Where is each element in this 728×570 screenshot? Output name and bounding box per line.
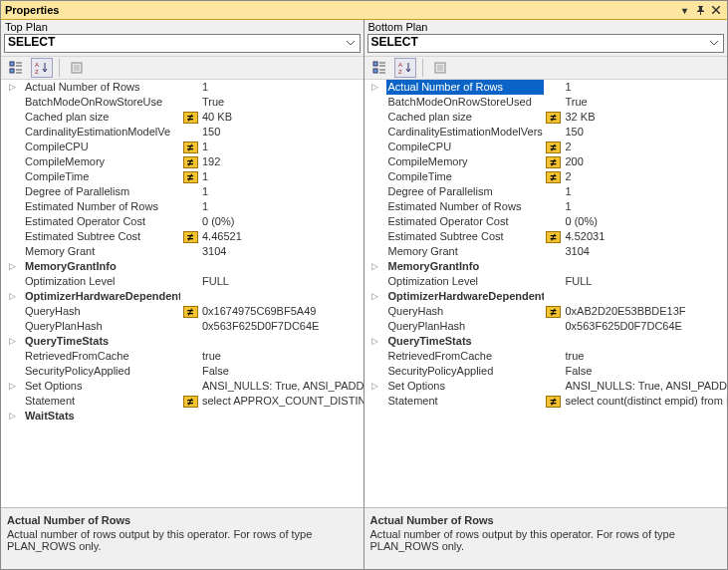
property-row[interactable]: CompileTime≠2 [364, 169, 728, 184]
property-row[interactable]: ▷Actual Number of Rows1 [1, 80, 364, 95]
expand-icon[interactable]: ▷ [1, 409, 23, 424]
property-name: BatchModeOnRowStoreUse [23, 95, 180, 110]
property-row[interactable]: Statement≠select APPROX_COUNT_DISTIN [1, 394, 364, 409]
property-row[interactable]: Estimated Number of Rows1 [364, 199, 728, 214]
property-row[interactable]: ▷OptimizerHardwareDependentI [364, 289, 728, 304]
object-selector-right[interactable]: SELECT [367, 34, 725, 53]
expand-icon[interactable]: ▷ [364, 259, 386, 274]
property-row[interactable]: RetrievedFromCachetrue [364, 349, 728, 364]
property-row[interactable]: QueryPlanHash0x563F625D0F7DC64E [1, 319, 364, 334]
property-name: Degree of Parallelism [386, 184, 544, 199]
expand-icon[interactable]: ▷ [1, 334, 23, 349]
property-row[interactable]: ▷Actual Number of Rows1 [364, 80, 728, 95]
property-value: select APPROX_COUNT_DISTIN [200, 394, 364, 409]
property-row[interactable]: Memory Grant3104 [364, 244, 728, 259]
property-name: Set Options [23, 379, 180, 394]
diff-indicator: ≠ [544, 142, 564, 153]
expand-icon[interactable]: ▷ [364, 80, 386, 95]
toolbar-sep [422, 59, 423, 77]
property-row[interactable]: SecurityPolicyAppliedFalse [364, 364, 728, 379]
property-row[interactable]: ▷MemoryGrantInfo [1, 259, 364, 274]
diff-indicator: ≠ [180, 306, 200, 318]
not-equal-icon: ≠ [546, 171, 561, 183]
property-pages-button[interactable] [66, 58, 88, 78]
property-row[interactable]: Cached plan size≠32 KB [364, 110, 728, 125]
property-row[interactable]: Degree of Parallelism1 [364, 184, 728, 199]
property-name: Degree of Parallelism [23, 184, 180, 199]
property-pages-button[interactable] [429, 58, 451, 78]
description-right: Actual Number of Rows Actual number of r… [364, 507, 728, 569]
property-value: False [564, 364, 728, 379]
property-row[interactable]: CompileCPU≠2 [364, 140, 728, 154]
property-grid-left[interactable]: ▷Actual Number of Rows1BatchModeOnRowSto… [1, 80, 364, 507]
expand-icon[interactable]: ▷ [1, 259, 23, 274]
property-value: 1 [564, 199, 728, 214]
property-row[interactable]: Estimated Subtree Cost≠4.46521 [1, 229, 364, 244]
property-row[interactable]: BatchModeOnRowStoreUseTrue [1, 95, 364, 110]
property-row[interactable]: ▷Set OptionsANSI_NULLS: True, ANSI_PADDI… [1, 379, 364, 394]
property-row[interactable]: Estimated Subtree Cost≠4.52031 [364, 229, 728, 244]
window-title: Properties [5, 4, 59, 16]
alphabetical-button[interactable]: AZ [394, 58, 416, 78]
description-left: Actual Number of Rows Actual number of r… [1, 507, 364, 569]
property-name: CompileTime [386, 169, 544, 184]
expand-icon[interactable]: ▷ [364, 379, 386, 394]
property-row[interactable]: Estimated Operator Cost0 (0%) [1, 214, 364, 229]
property-row[interactable]: CompileMemory≠200 [364, 154, 728, 169]
expand-icon[interactable]: ▷ [364, 334, 386, 349]
property-row[interactable]: Optimization LevelFULL [364, 274, 728, 289]
categorized-button[interactable] [368, 58, 390, 78]
property-row[interactable]: Memory Grant3104 [1, 244, 364, 259]
expand-icon[interactable]: ▷ [364, 289, 386, 304]
property-row[interactable]: RetrievedFromCachetrue [1, 349, 364, 364]
not-equal-icon: ≠ [183, 112, 198, 124]
property-row[interactable]: CardinalityEstimationModelVe150 [1, 125, 364, 140]
property-row[interactable]: ▷OptimizerHardwareDependent [1, 289, 364, 304]
diff-indicator: ≠ [544, 231, 564, 243]
property-row[interactable]: Degree of Parallelism1 [1, 184, 364, 199]
object-selector-left[interactable]: SELECT [4, 34, 361, 53]
window-pin-icon[interactable] [693, 3, 707, 17]
property-value: 1 [200, 140, 364, 154]
window-close-icon[interactable] [709, 3, 723, 17]
property-row[interactable]: ▷QueryTimeStats [364, 334, 728, 349]
property-row[interactable]: QueryHash≠0xAB2D20E53BBDE13F [364, 304, 728, 319]
not-equal-icon: ≠ [183, 171, 198, 183]
property-row[interactable]: Statement≠select count(distinct empid) f… [364, 394, 728, 409]
categorized-button[interactable] [5, 58, 27, 78]
property-row[interactable]: BatchModeOnRowStoreUsedTrue [364, 95, 728, 110]
property-row[interactable]: CompileCPU≠1 [1, 140, 364, 154]
property-row[interactable]: ▷MemoryGrantInfo [364, 259, 728, 274]
property-row[interactable]: ▷QueryTimeStats [1, 334, 364, 349]
description-body: Actual number of rows output by this ope… [370, 528, 722, 552]
property-row[interactable]: Optimization LevelFULL [1, 274, 364, 289]
window-dropdown-icon[interactable]: ▾ [677, 3, 691, 17]
diff-indicator: ≠ [544, 112, 564, 124]
diff-indicator: ≠ [180, 112, 200, 124]
property-row[interactable]: CompileTime≠1 [1, 169, 364, 184]
property-row[interactable]: ▷WaitStats [1, 409, 364, 424]
diff-indicator: ≠ [544, 156, 564, 168]
expand-icon[interactable]: ▷ [1, 379, 23, 394]
property-value: 1 [200, 199, 364, 214]
property-row[interactable]: ▷Set OptionsANSI_NULLS: True, ANSI_PADDI… [364, 379, 728, 394]
property-grid-right[interactable]: ▷Actual Number of Rows1BatchModeOnRowSto… [364, 80, 728, 507]
property-row[interactable]: CardinalityEstimationModelVers150 [364, 125, 728, 140]
property-name: Estimated Number of Rows [386, 199, 544, 214]
object-selector-value: SELECT [371, 35, 418, 49]
not-equal-icon: ≠ [546, 231, 561, 243]
property-row[interactable]: QueryPlanHash0x563F625D0F7DC64E [364, 319, 728, 334]
property-row[interactable]: Cached plan size≠40 KB [1, 110, 364, 125]
property-value: 1 [200, 184, 364, 199]
property-name: QueryTimeStats [23, 334, 180, 349]
expand-icon[interactable]: ▷ [1, 80, 23, 95]
property-row[interactable]: SecurityPolicyAppliedFalse [1, 364, 364, 379]
property-name: MemoryGrantInfo [386, 259, 544, 274]
property-row[interactable]: Estimated Operator Cost0 (0%) [364, 214, 728, 229]
expand-icon[interactable]: ▷ [1, 289, 23, 304]
alphabetical-button[interactable]: AZ [31, 58, 53, 78]
property-row[interactable]: Estimated Number of Rows1 [1, 199, 364, 214]
svg-text:Z: Z [398, 69, 402, 75]
property-row[interactable]: CompileMemory≠192 [1, 154, 364, 169]
property-row[interactable]: QueryHash≠0x1674975C69BF5A49 [1, 304, 364, 319]
